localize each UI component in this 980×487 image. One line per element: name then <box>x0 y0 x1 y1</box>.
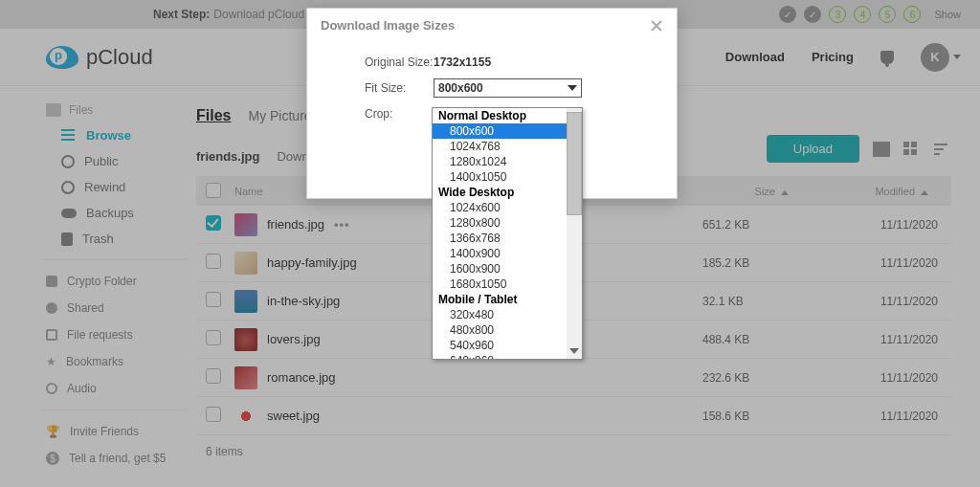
original-size-value: 1732x1155 <box>434 55 491 69</box>
dropdown-option[interactable]: 1400x900 <box>433 246 567 261</box>
dropdown-option[interactable]: 480x800 <box>433 322 567 338</box>
dropdown-option[interactable]: 1280x800 <box>433 215 567 231</box>
modal-title: Download Image Sizes <box>321 18 455 33</box>
dropdown-option[interactable]: 1600x900 <box>433 261 567 277</box>
dropdown-option[interactable]: 1680x1050 <box>433 277 567 292</box>
dropdown-option[interactable]: 1400x1050 <box>433 169 567 185</box>
dropdown-option[interactable]: 540x960 <box>433 338 567 353</box>
dropdown-option[interactable]: 1024x768 <box>433 139 567 154</box>
crop-label: Crop: <box>365 107 434 121</box>
dropdown-option[interactable]: 640x960 <box>433 353 567 360</box>
dropdown-scrollbar[interactable] <box>567 108 582 359</box>
scroll-down-icon[interactable] <box>567 343 582 359</box>
dropdown-group: Mobile / Tablet <box>433 292 567 307</box>
fit-size-value: 800x600 <box>438 81 483 95</box>
original-size-label: Original Size: <box>365 55 434 69</box>
fit-size-dropdown[interactable]: Normal Desktop800x6001024x7681280x102414… <box>432 107 583 360</box>
fit-size-select[interactable]: 800x600 <box>434 78 582 98</box>
dropdown-group: Normal Desktop <box>433 108 567 123</box>
chevron-down-icon <box>568 85 577 91</box>
dropdown-option[interactable]: 320x480 <box>433 307 567 322</box>
dropdown-option[interactable]: 800x600 <box>433 123 567 139</box>
dropdown-option[interactable]: 1024x600 <box>433 200 567 215</box>
close-icon[interactable] <box>650 19 663 33</box>
dropdown-group: Wide Desktop <box>433 185 567 200</box>
scrollbar-thumb[interactable] <box>567 112 582 215</box>
fit-size-label: Fit Size: <box>365 81 434 95</box>
dropdown-option[interactable]: 1366x768 <box>433 231 567 246</box>
dropdown-option[interactable]: 1280x1024 <box>433 154 567 169</box>
